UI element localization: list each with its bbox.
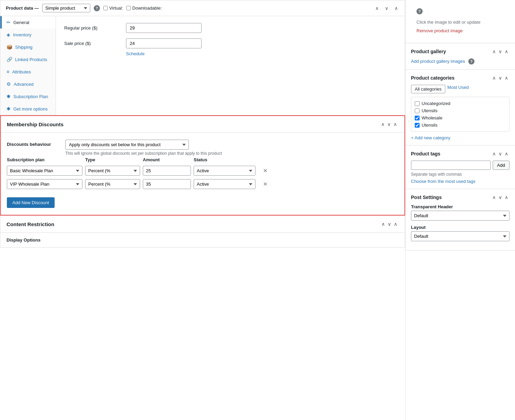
- gallery-collapse-toggle[interactable]: ∧: [503, 48, 510, 55]
- nav-item-general[interactable]: ✏ General: [0, 16, 56, 28]
- sale-price-label: Sale price ($): [64, 41, 126, 46]
- inventory-icon: ◈: [7, 32, 10, 37]
- cr-collapse-down[interactable]: ∨: [386, 221, 392, 228]
- downloadable-checkbox[interactable]: [126, 6, 131, 10]
- gallery-collapse-down[interactable]: ∨: [497, 48, 503, 55]
- image-help-text: Click the image to edit or update: [416, 20, 480, 25]
- behaviour-row: Discounts behaviour Apply only discounts…: [7, 140, 398, 156]
- regular-price-input[interactable]: 29: [126, 23, 202, 33]
- attributes-icon: ≡: [7, 69, 9, 74]
- nav-item-subscription-plan[interactable]: ✱ Subscription Plan: [0, 90, 56, 103]
- cr-collapse-up[interactable]: ∧: [380, 221, 386, 228]
- product-gallery-section: Product gallery ∧ ∨ ∧ Add product galler…: [405, 43, 515, 70]
- plan-select-2[interactable]: Basic Wholesale Plan VIP Wholesale Plan: [7, 179, 82, 189]
- membership-collapse-down[interactable]: ∨: [386, 121, 392, 128]
- cr-collapse-toggle[interactable]: ∧: [392, 221, 399, 228]
- transparent-header-select[interactable]: Default Enable Disable: [411, 211, 510, 221]
- content-restriction-title: Content Restriction: [7, 221, 380, 227]
- col-header-plan: Subscription plan: [7, 157, 82, 162]
- cat-checkbox-utensils2[interactable]: [415, 123, 420, 128]
- type-select-1[interactable]: Percent (% Fixed ($): [85, 166, 140, 176]
- product-tags-header: Product tags ∧ ∨ ∧: [411, 150, 510, 157]
- gallery-help-icon[interactable]: ?: [468, 58, 474, 65]
- post-settings-collapse-toggle[interactable]: ∧: [503, 194, 510, 201]
- tab-all-categories[interactable]: All categories: [411, 85, 445, 93]
- categories-collapse-toggle[interactable]: ∧: [503, 74, 510, 81]
- tags-collapse-up[interactable]: ∧: [491, 150, 497, 157]
- cat-label-wholesale: Wholesale: [422, 115, 443, 120]
- amount-input-2[interactable]: [143, 179, 191, 189]
- tags-collapse-toggle[interactable]: ∧: [503, 150, 510, 157]
- cat-label-utensils2: Utensils: [422, 122, 437, 128]
- add-new-category-link[interactable]: + Add new category: [411, 135, 450, 140]
- status-select-1[interactable]: Active Inactive: [194, 166, 255, 176]
- post-settings-title: Post Settings: [411, 195, 491, 200]
- col-header-type: Type: [85, 157, 140, 162]
- nav-item-attributes[interactable]: ≡ Attributes: [0, 66, 56, 78]
- nav-item-inventory[interactable]: ◈ Inventory: [0, 28, 56, 41]
- remove-product-image-link[interactable]: Remove product image: [416, 28, 462, 33]
- category-list: Uncategorized Utensils Wholesale Utensil…: [411, 97, 510, 132]
- categories-collapse-up[interactable]: ∧: [491, 74, 497, 81]
- product-data-header: Product data — Simple product Variable p…: [0, 0, 405, 16]
- product-type-help-icon[interactable]: ?: [94, 5, 100, 11]
- categories-collapse-down[interactable]: ∨: [497, 74, 503, 81]
- cat-checkbox-uncategorized[interactable]: [415, 101, 420, 106]
- subscription-icon: ✱: [7, 94, 11, 99]
- membership-discounts-title: Membership Discounts: [7, 121, 380, 127]
- col-header-amount: Amount: [143, 157, 191, 162]
- discounts-table-header: Subscription plan Type Amount Status: [7, 157, 398, 162]
- regular-price-row: Regular price ($) 29: [64, 23, 397, 33]
- right-sidebar: ? Click the image to edit or update Remo…: [405, 0, 515, 420]
- sale-price-input[interactable]: 24: [126, 38, 202, 48]
- membership-collapse-up[interactable]: ∧: [380, 121, 386, 128]
- discount-row-1: Basic Wholesale Plan VIP Wholesale Plan …: [7, 166, 398, 176]
- product-categories-section: Product categories ∧ ∨ ∧ All categories …: [405, 70, 515, 145]
- cat-checkbox-utensils1[interactable]: [415, 108, 420, 113]
- add-new-discount-button[interactable]: Add New Discount: [7, 197, 55, 208]
- membership-collapse-toggle[interactable]: ∧: [392, 121, 398, 128]
- status-select-2[interactable]: Active Inactive: [194, 179, 255, 189]
- nav-item-linked-products[interactable]: 🔗 Linked Products: [0, 53, 56, 66]
- tag-input[interactable]: [411, 161, 491, 170]
- tag-add-button[interactable]: Add: [493, 161, 510, 170]
- discount-row-2: Basic Wholesale Plan VIP Wholesale Plan …: [7, 179, 398, 189]
- plan-select-1[interactable]: Basic Wholesale Plan VIP Wholesale Plan: [7, 166, 82, 176]
- layout-label: Layout: [411, 225, 510, 230]
- behaviour-label: Discounts behaviour: [7, 140, 65, 147]
- collapse-up-btn[interactable]: ∧: [374, 5, 380, 12]
- add-gallery-images-link[interactable]: Add product gallery images: [411, 59, 465, 64]
- gallery-collapse-up[interactable]: ∧: [491, 48, 497, 55]
- post-settings-collapse-up[interactable]: ∧: [491, 194, 497, 201]
- choose-tags-link[interactable]: Choose from the most used tags: [411, 179, 476, 184]
- regular-price-label: Regular price ($): [64, 25, 126, 31]
- amount-input-1[interactable]: [143, 166, 191, 176]
- product-type-select[interactable]: Simple product Variable product Grouped …: [42, 4, 90, 12]
- nav-item-advanced[interactable]: ⚙ Advanced: [0, 78, 56, 90]
- remove-row-1-btn[interactable]: ✕: [258, 167, 272, 175]
- col-header-status: Status: [194, 157, 255, 162]
- general-icon: ✏: [7, 20, 11, 25]
- cat-checkbox-wholesale[interactable]: [415, 116, 420, 120]
- nav-item-get-more-options[interactable]: ✱ Get more options: [0, 103, 56, 115]
- behaviour-select[interactable]: Apply only discounts set below for this …: [65, 140, 189, 150]
- tab-most-used[interactable]: Most Used: [447, 85, 469, 93]
- schedule-link[interactable]: Schedule: [126, 51, 397, 56]
- virtual-checkbox[interactable]: [103, 6, 108, 10]
- image-help-icon[interactable]: ?: [416, 8, 423, 14]
- membership-discounts-section: Membership Discounts ∧ ∨ ∧ Discounts beh…: [0, 115, 405, 215]
- type-select-2[interactable]: Percent (% Fixed ($): [85, 179, 140, 189]
- layout-select[interactable]: Default Full Width Sidebar: [411, 231, 510, 241]
- image-help-area: ? Click the image to edit or update: [411, 5, 510, 28]
- product-categories-title: Product categories: [411, 75, 491, 81]
- collapse-down-btn[interactable]: ∨: [384, 5, 390, 12]
- tags-collapse-down[interactable]: ∨: [497, 150, 503, 157]
- post-settings-section: Post Settings ∧ ∨ ∧ Transparent Header D…: [405, 189, 515, 250]
- tag-input-row: Add: [411, 161, 510, 170]
- remove-row-2-btn[interactable]: ✕: [258, 180, 272, 188]
- cat-item-utensils1: Utensils: [414, 107, 506, 114]
- cat-item-utensils2: Utensils: [414, 121, 506, 129]
- collapse-toggle-btn[interactable]: ∧: [393, 5, 399, 12]
- post-settings-collapse-down[interactable]: ∨: [497, 194, 503, 201]
- nav-item-shipping[interactable]: 📦 Shipping: [0, 41, 56, 53]
